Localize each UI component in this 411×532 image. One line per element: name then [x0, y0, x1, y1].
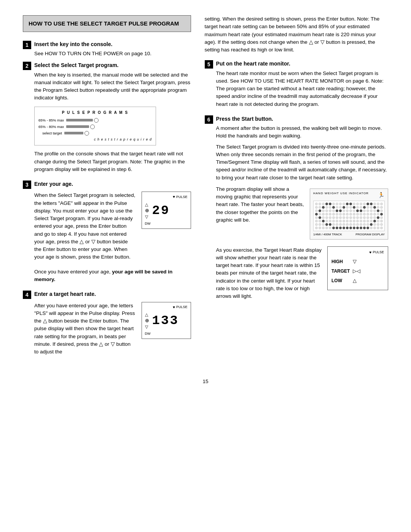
dot: [336, 213, 338, 216]
dot-row-3: [315, 213, 383, 216]
dot: [339, 203, 342, 205]
page-title: HOW TO USE THE SELECT TARGET PULSE PROGR…: [29, 19, 185, 28]
dot: [346, 206, 349, 209]
dot: [373, 227, 376, 229]
dot: [349, 203, 352, 205]
dot: [332, 227, 335, 229]
page-number: 15: [23, 378, 388, 385]
dw-label-target: DW: [145, 331, 188, 336]
pulse-row-2: 65% - 80% max: [38, 124, 152, 129]
dot-row-6: [315, 223, 383, 226]
up-arrow-target: △: [145, 313, 149, 317]
target-label: TARGET: [331, 268, 350, 275]
dot: [336, 209, 338, 212]
pulse-label-2: 65% - 80% max: [38, 124, 64, 129]
dot: [380, 227, 383, 229]
dot: [370, 227, 373, 229]
dot: [360, 216, 362, 219]
pulse-display-target-row: △ ⊕ ▽ 133: [145, 312, 188, 330]
dot: [339, 216, 342, 219]
dot: [332, 220, 335, 222]
step-3: 3 Enter your age. When the Select Target…: [23, 180, 191, 286]
dot: [370, 203, 373, 205]
pulse-bar-2: [66, 125, 89, 128]
dot: [380, 216, 383, 219]
dot: [366, 213, 369, 216]
low-arrow-icon: △: [353, 277, 357, 284]
pulse-arrows-target: △ ⊕ ▽: [145, 313, 149, 329]
dot: [339, 220, 342, 222]
dot: [380, 209, 383, 212]
dot: [346, 227, 349, 229]
dot: [319, 209, 321, 212]
dot: [349, 216, 352, 219]
dot: [342, 203, 345, 205]
dot: [353, 220, 355, 222]
step-1: 1 Insert the key into the console. See H…: [23, 40, 191, 58]
dot: [325, 206, 328, 209]
step-4-content: Enter a target heart rate. After you hav…: [34, 290, 191, 363]
dot: [373, 220, 376, 222]
dot: [336, 223, 338, 226]
dot: [329, 209, 331, 212]
dot: [380, 223, 383, 226]
step-6-number: 6: [205, 115, 213, 124]
dot: [319, 223, 321, 226]
dot: [363, 206, 366, 209]
low-label: LOW: [331, 278, 350, 284]
heart-icon-age: ♥: [173, 194, 175, 200]
dot: [370, 209, 373, 212]
dot: [380, 203, 383, 205]
dot: [377, 223, 379, 226]
dot: [366, 220, 369, 222]
dot: [353, 203, 355, 205]
down-arrow-age: ▽: [145, 215, 149, 219]
step-2-body1: When the key is inserted, the manual mod…: [34, 71, 191, 102]
dot: [377, 206, 379, 209]
dot-row-2: [315, 209, 383, 212]
dot: [329, 206, 331, 209]
step-2-title: Select the Select Target program.: [34, 61, 191, 69]
dot: [377, 227, 379, 229]
dot: [353, 206, 355, 209]
dot: [353, 216, 355, 219]
dot: [325, 213, 328, 216]
dot: [319, 227, 321, 229]
dot-row-5: [315, 220, 383, 222]
step-4-body1: After you have entered your age, the let…: [34, 302, 136, 356]
two-col-layout: HOW TO USE THE SELECT TARGET PULSE PROGR…: [23, 15, 388, 366]
dot: [315, 220, 318, 222]
dot: [346, 213, 349, 216]
dot: [349, 206, 352, 209]
dot: [342, 213, 345, 216]
dot: [332, 203, 335, 205]
dot: [377, 213, 379, 216]
dot: [336, 227, 338, 229]
dot: [373, 203, 376, 205]
dot: [322, 209, 325, 212]
step-3-title: Enter your age.: [34, 180, 191, 188]
pulse-bar-container-2: [66, 125, 152, 129]
dot: [373, 206, 376, 209]
dot: [315, 223, 318, 226]
dot: [315, 206, 318, 209]
dot: [356, 220, 359, 222]
dot: [346, 220, 349, 222]
dot: [366, 206, 369, 209]
step-4-inline: After you have entered your age, the let…: [34, 302, 191, 359]
dot: [346, 223, 349, 226]
dot: [319, 213, 321, 216]
heart-icon-target: ♥: [173, 305, 175, 310]
dot: [342, 209, 345, 212]
target-row: TARGET ▷◁: [331, 268, 384, 275]
step-6-content: Press the Start button. A moment after t…: [216, 115, 388, 307]
pulse-display-age-row: △ ⊕ ▽ 29: [145, 201, 188, 220]
dot: [315, 203, 318, 205]
step-2-content: Select the Select Target program. When t…: [34, 61, 191, 176]
dot: [380, 206, 383, 209]
dot: [363, 216, 366, 219]
dot: [329, 203, 331, 205]
dot: [380, 220, 383, 222]
dot: [325, 227, 328, 229]
dot: [366, 209, 369, 212]
